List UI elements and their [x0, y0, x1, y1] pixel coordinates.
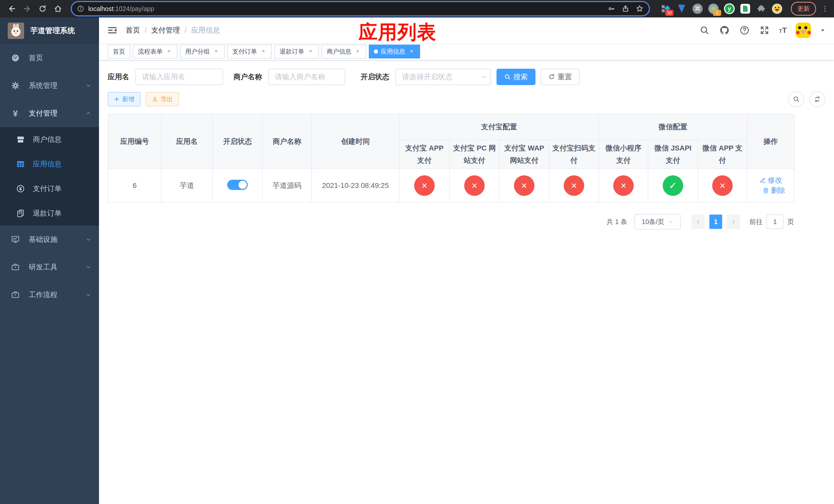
share-icon[interactable] [622, 5, 629, 13]
browser-menu-icon[interactable] [821, 5, 829, 13]
close-icon[interactable]: × [408, 48, 415, 55]
status-select-input[interactable] [395, 69, 491, 85]
reset-button-label: 重置 [557, 72, 572, 82]
tab-label: 流程表单 [138, 47, 162, 55]
extension-grid-icon[interactable]: 10 [660, 3, 672, 14]
sidebar-subitem-退款订单[interactable]: 退款订单 [0, 201, 99, 226]
chevron-down-icon[interactable] [820, 27, 826, 33]
merchant-name-label: 商户名称 [233, 72, 262, 82]
dashboard-icon [10, 53, 21, 63]
export-button[interactable]: 导出 [146, 92, 179, 107]
refresh-icon[interactable] [809, 91, 825, 107]
profile-avatar-icon[interactable] [771, 3, 783, 14]
page-number-1[interactable]: 1 [709, 214, 722, 229]
yen-circle-icon [15, 184, 26, 194]
sidebar-subitem-应用信息[interactable]: 应用信息 [0, 152, 99, 176]
show-search-icon[interactable] [788, 91, 804, 107]
group-header-wechat: 微信配置 [599, 114, 747, 140]
breadcrumb-separator: / [185, 26, 187, 35]
cell-merchant: 芋道源码 [262, 169, 312, 203]
search-icon[interactable] [699, 25, 710, 36]
page-size-select[interactable]: 10条/页 [635, 214, 681, 229]
edit-link[interactable]: 修改 [759, 175, 782, 185]
address-bar[interactable]: localhost:1024/pay/app [71, 1, 650, 17]
goto-page-input[interactable] [766, 214, 784, 229]
sidebar-fold-icon[interactable] [107, 26, 117, 35]
font-size-icon[interactable]: TT [779, 26, 787, 35]
sidebar-item-系统管理[interactable]: 系统管理 [0, 72, 99, 99]
chrome-update-button[interactable]: 更新 [791, 2, 816, 16]
tab-首页[interactable]: 首页 [108, 45, 130, 59]
browser-back-icon[interactable] [5, 2, 19, 15]
cross-circle-icon: × [564, 175, 584, 196]
extension-doc-icon[interactable] [740, 3, 751, 14]
extensions-puzzle-icon[interactable] [755, 3, 767, 14]
cell-config-status: ✓ [648, 169, 698, 203]
close-icon[interactable]: × [354, 48, 361, 55]
cross-circle-icon: × [613, 175, 634, 196]
breadcrumb-item-首页[interactable]: 首页 [126, 25, 140, 35]
cell-created: 2021-10-23 08:49:25 [312, 169, 399, 203]
add-button[interactable]: 新增 [108, 92, 140, 107]
sidebar-item-支付管理[interactable]: ¥支付管理 [0, 99, 99, 127]
tab-支付订单[interactable]: 支付订单× [227, 45, 272, 59]
extension-kite-icon[interactable] [676, 3, 687, 14]
cell-config-status: × [599, 169, 648, 203]
top-navbar: 首页/支付管理/应用信息 TT [99, 18, 834, 43]
tab-商户信息[interactable]: 商户信息× [322, 45, 366, 59]
close-icon[interactable]: × [213, 48, 220, 55]
column-header: 应用编号 [108, 114, 161, 169]
extension-y-icon[interactable]: y [724, 3, 735, 14]
close-icon[interactable]: × [307, 48, 314, 55]
reset-button[interactable]: 重置 [541, 69, 579, 85]
site-info-icon[interactable] [77, 5, 84, 12]
browser-toolbar: localhost:1024/pay/app 10 ⌘ 1 y 更新 [0, 0, 834, 18]
search-button[interactable]: 搜索 [497, 69, 535, 85]
sidebar-item-工作流程[interactable]: 工作流程 [0, 281, 99, 308]
fullscreen-icon[interactable] [759, 25, 770, 36]
user-avatar[interactable] [795, 23, 811, 38]
close-icon[interactable]: × [260, 48, 267, 55]
browser-reload-icon[interactable] [36, 2, 49, 15]
next-page-button[interactable] [727, 214, 740, 229]
sidebar-subitem-商户信息[interactable]: 商户信息 [0, 127, 99, 152]
github-icon[interactable] [719, 25, 730, 36]
sidebar-item-label: 应用信息 [33, 159, 62, 169]
app-name-input[interactable] [135, 69, 223, 85]
sidebar-item-研发工具[interactable]: 研发工具 [0, 253, 99, 281]
cell-config-status: × [549, 169, 599, 203]
status-select[interactable] [395, 69, 491, 85]
password-key-icon[interactable] [608, 5, 615, 13]
delete-link-label: 删除 [771, 186, 785, 196]
column-header: 支付宝 PC 网站支付 [449, 140, 499, 169]
sidebar-item-label: 研发工具 [29, 262, 58, 272]
tab-label: 用户分组 [185, 47, 210, 55]
sidebar-subitem-支付订单[interactable]: 支付订单 [0, 176, 99, 201]
delete-link[interactable]: 删除 [762, 186, 785, 196]
chevron-down-icon [85, 292, 92, 298]
tab-应用信息[interactable]: 应用信息× [369, 45, 420, 59]
bookmark-star-icon[interactable] [636, 5, 644, 13]
breadcrumb-item-支付管理[interactable]: 支付管理 [151, 25, 180, 35]
cell-status [213, 169, 262, 203]
tab-用户分组[interactable]: 用户分组× [180, 45, 225, 59]
sidebar-logo[interactable]: 芋道管理系统 [0, 18, 99, 44]
sidebar-menu: 首页系统管理¥支付管理 [0, 44, 99, 127]
sidebar-item-基础设施[interactable]: 基础设施 [0, 226, 99, 253]
cell-config-status: × [449, 169, 499, 203]
status-toggle[interactable] [227, 180, 248, 190]
extension-command-icon[interactable]: ⌘ [692, 3, 703, 14]
gear-icon [10, 81, 21, 91]
tab-流程表单[interactable]: 流程表单× [133, 45, 177, 59]
question-icon[interactable] [739, 25, 750, 36]
tab-退款订单[interactable]: 退款订单× [275, 45, 319, 59]
merchant-name-input[interactable] [268, 69, 345, 85]
sidebar-item-首页[interactable]: 首页 [0, 44, 99, 72]
close-icon[interactable]: × [166, 48, 172, 55]
chevron-up-icon [85, 110, 92, 117]
extension-recorder-icon[interactable]: 1 [708, 3, 719, 14]
prev-page-button[interactable] [692, 214, 705, 229]
browser-home-icon[interactable] [51, 2, 65, 15]
browser-forward-icon[interactable] [21, 2, 34, 15]
breadcrumb-separator: / [145, 26, 147, 35]
